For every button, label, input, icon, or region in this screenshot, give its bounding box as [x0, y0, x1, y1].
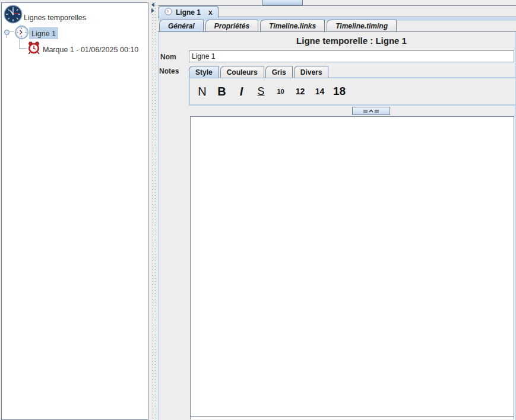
- tree-root-label: Lignes temporelles: [24, 14, 86, 22]
- notes-tab-couleurs[interactable]: Couleurs: [220, 66, 264, 78]
- notes-area-bottom-border: [190, 416, 514, 417]
- notes-splitter-collapse-button[interactable]: [352, 107, 390, 115]
- document-tab-label: Ligne 1: [176, 8, 201, 17]
- splitter-collapse-left-icon[interactable]: [151, 2, 154, 7]
- document-tab-close-button[interactable]: x: [208, 8, 213, 17]
- tree-expand-handle[interactable]: [4, 30, 10, 35]
- tab-general[interactable]: Général: [159, 20, 204, 31]
- font-size-10-button[interactable]: 10: [271, 88, 290, 95]
- page-title: Ligne temporelle : Ligne 1: [189, 36, 514, 46]
- notes-tab-style[interactable]: Style: [189, 66, 219, 78]
- document-tab-ligne1[interactable]: Ligne 1 x: [159, 6, 219, 18]
- notes-textarea[interactable]: [190, 116, 514, 419]
- notes-label: Notes: [159, 67, 179, 75]
- collapse-glyph-icon: [363, 109, 379, 113]
- tree-item-ligne1-label: Ligne 1: [31, 30, 56, 38]
- tree-connector-line: [19, 48, 27, 49]
- tree-connector-line: [6, 34, 7, 38]
- splitter-collapse-right-icon[interactable]: [151, 8, 154, 13]
- font-size-12-button[interactable]: 12: [290, 87, 310, 96]
- tab-timeline-links[interactable]: Timeline.links: [260, 20, 325, 31]
- notes-tab-gris[interactable]: Gris: [265, 66, 293, 78]
- tree-connector-line: [9, 31, 14, 32]
- tab-proprietes[interactable]: Propriétés: [205, 20, 258, 31]
- tree-panel-inner: [1, 2, 148, 420]
- top-strip: [158, 0, 516, 6]
- top-collapse-button[interactable]: [262, 0, 303, 5]
- clock-icon: [164, 8, 172, 17]
- notes-tab-bar: Style Couleurs Gris Divers: [189, 66, 330, 78]
- clock-icon: [15, 26, 29, 39]
- vertical-splitter[interactable]: [150, 0, 158, 420]
- format-italic-button[interactable]: I: [232, 85, 251, 98]
- font-size-14-button[interactable]: 14: [310, 87, 330, 96]
- style-toolbar: N B I S 10 12 14 18: [189, 77, 516, 106]
- tree-root-item[interactable]: Lignes temporelles: [24, 12, 86, 23]
- notes-tab-divers[interactable]: Divers: [294, 66, 329, 78]
- nom-input[interactable]: [189, 50, 514, 62]
- format-underline-button[interactable]: S: [251, 85, 271, 98]
- tree-item-ligne1[interactable]: Ligne 1: [29, 27, 58, 39]
- alarm-clock-icon: [27, 41, 40, 55]
- format-bold-button[interactable]: B: [212, 85, 232, 98]
- font-size-18-button[interactable]: 18: [330, 85, 349, 98]
- tree-item-marque1[interactable]: Marque 1 - 01/06/2025 00:10: [43, 44, 138, 55]
- timeline-tree-panel: [0, 0, 150, 420]
- nom-label: Nom: [160, 53, 176, 61]
- tab-timeline-timing[interactable]: Timeline.timing: [327, 20, 397, 31]
- tree-connector-line: [19, 39, 20, 48]
- format-normal-button[interactable]: N: [192, 85, 212, 98]
- wall-clock-icon: [4, 5, 23, 24]
- tree-item-marque1-label: Marque 1 - 01/06/2025 00:10: [43, 46, 138, 54]
- editor-tab-bar: Général Propriétés Timeline.links Timeli…: [158, 20, 516, 32]
